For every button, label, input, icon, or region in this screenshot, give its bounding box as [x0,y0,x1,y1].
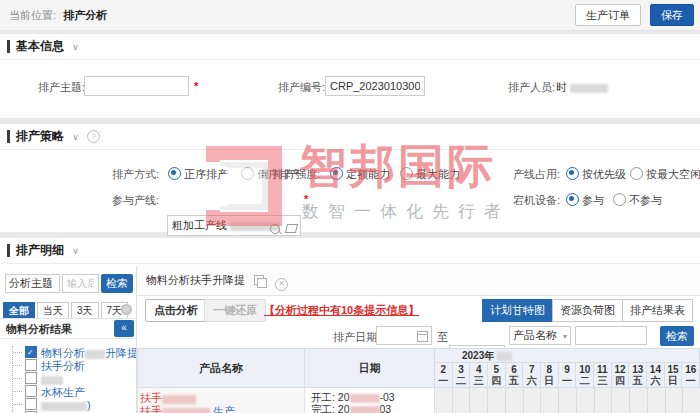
radio-icon[interactable] [566,167,579,180]
method-label: 排产方式: [112,167,159,182]
close-icon[interactable]: ✕ [275,278,288,291]
radio-max-capacity[interactable]: 最大能力 [400,167,460,182]
redacted-text [85,350,105,359]
checkbox[interactable] [25,398,37,410]
product-field-select[interactable]: 产品名称 ▾ [509,326,571,345]
view-button[interactable]: 排产结果表 [622,299,693,322]
redacted-text [570,84,608,93]
checkbox[interactable] [25,385,37,397]
calendar-header: 2023年 2一3二4三5四6五7六8日9一10二11三12四13五14六15日… [434,348,700,388]
person-value: 时 [556,80,608,95]
table-search-button[interactable]: 检索 [660,326,694,346]
gantt-cell[interactable] [682,388,700,413]
radio-downtime-include[interactable]: 参与 [566,193,604,208]
copy-icon[interactable] [254,275,264,285]
gantt-cell[interactable] [487,388,505,413]
gantt-cell[interactable] [611,388,629,413]
start-tail: -03 [380,391,395,403]
gantt-cell[interactable] [576,388,594,413]
gantt-cell[interactable] [629,388,647,413]
breadcrumb-current: 排产分析 [63,9,107,21]
product-search-input[interactable] [575,326,647,345]
radio-downtime-exclude[interactable]: 不参与 [613,193,662,208]
schedule-table: 产品名称 日期 2023年 2一3二4三5四6五7六8日9一10二11三12四1… [137,348,700,413]
tree-search-input[interactable] [62,274,99,293]
production-line-input[interactable]: 粗加工产线 [167,215,301,236]
radio-label: 按最大空闲 [646,168,700,180]
clear-icon[interactable] [285,224,298,233]
save-button[interactable]: 保存 [650,4,694,26]
radio-icon[interactable] [241,167,254,180]
gantt-cell[interactable] [452,388,470,413]
radio-by-max-idle[interactable]: 按最大空闲 [630,167,700,182]
restore-button[interactable]: 一键还原 [204,299,266,322]
range-tab[interactable]: 全部 [3,302,35,319]
radio-icon[interactable] [400,167,413,180]
date-to-label: 至 [437,330,448,345]
production-line-value: 粗加工产线 [172,219,227,231]
view-button[interactable]: 资源负荷图 [552,299,623,322]
collapse-panel-button[interactable]: « [114,320,134,337]
chevron-down-icon[interactable]: ∨ [72,132,79,142]
gantt-cell[interactable] [469,388,487,413]
tree-item[interactable]: ) [13,398,136,411]
settings-icon[interactable] [121,304,132,315]
date-column-header: 日期 [304,348,435,388]
tree-item[interactable]: 扶手分析 [13,359,136,372]
product-cell[interactable]: 扶手 扶手 生产 [137,388,305,413]
strategy-header: 排产策略 ∨ ? [0,124,700,150]
tree-item[interactable] [13,372,136,385]
radio-forward-scheduling[interactable]: 正序排产 [168,167,228,182]
range-tab[interactable]: 当天 [37,302,69,319]
gantt-cell[interactable] [435,388,452,413]
tree-search-button[interactable]: 检索 [101,274,133,293]
code-input[interactable] [325,76,425,96]
day-column-header: 5四 [487,363,505,388]
day-column-header: 9一 [558,363,576,388]
view-button[interactable]: 计划甘特图 [482,299,553,322]
month-header: 2023年 [435,349,699,363]
gantt-cell[interactable] [523,388,541,413]
analyze-button[interactable]: 点击分析 [145,299,207,322]
radio-icon[interactable] [330,167,343,180]
required-asterisk: * [194,80,198,92]
radio-icon[interactable] [613,193,626,206]
checkbox[interactable] [25,359,37,371]
basic-info-title: 基本信息 [16,39,64,53]
radio-by-priority[interactable]: 按优先级 [566,167,626,182]
help-icon[interactable]: ? [87,130,100,143]
day-column-header: 8日 [540,363,558,388]
analysis-notice-link[interactable]: 【分析过程中有10条提示信息】 [264,303,419,318]
chevron-down-icon[interactable]: ∨ [72,42,79,52]
analysis-tab[interactable]: 物料分析扶手升降提 ✕ [146,266,288,295]
radio-icon[interactable] [630,167,643,180]
radio-quota-capacity[interactable]: 定额能力 [330,167,390,182]
redacted-text [350,394,380,403]
chevron-down-icon[interactable]: ∨ [72,246,79,256]
product-name-link[interactable]: 生产 [213,405,235,413]
radio-label: 最大能力 [416,168,460,180]
date-from-input[interactable] [376,326,432,345]
range-tabs: 全部当天3天7天 [3,302,130,319]
topic-select-value: 分析主题 [9,277,53,289]
calendar-icon[interactable] [417,331,428,342]
production-order-button[interactable]: 生产订单 [575,4,641,26]
search-icon[interactable] [270,224,280,234]
radio-icon[interactable] [168,167,181,180]
gantt-cell[interactable] [505,388,523,413]
checkbox[interactable] [25,346,37,358]
gantt-cell[interactable] [647,388,665,413]
basic-info-header: 基本信息 ∨ [0,34,700,60]
gantt-cell[interactable] [594,388,612,413]
theme-input[interactable] [84,76,189,96]
tree-item[interactable]: 物料分析升降提 [13,346,136,359]
gantt-cell[interactable] [540,388,558,413]
checkbox[interactable] [25,372,37,384]
topic-select[interactable]: 分析主题 ▾ [5,274,60,293]
gantt-cell[interactable] [665,388,683,413]
range-tab[interactable]: 3天 [71,302,99,319]
gantt-cell[interactable] [558,388,576,413]
detail-title: 排产明细 [16,243,64,257]
radio-icon[interactable] [566,193,579,206]
tree-item[interactable]: 水杯生产 [13,385,136,398]
